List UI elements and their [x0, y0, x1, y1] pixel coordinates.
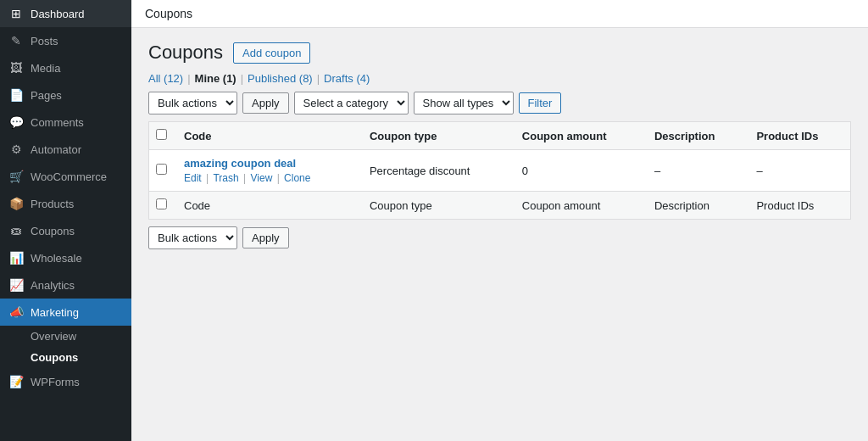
sidebar-label-comments: Comments: [31, 116, 84, 129]
header-description: Description: [644, 122, 747, 150]
dashboard-icon: ⊞: [8, 7, 24, 20]
footer-coupon-amount: Coupon amount: [512, 192, 644, 220]
sidebar-label-pages: Pages: [31, 89, 62, 102]
row-product-ids-0: –: [746, 150, 850, 192]
filter-tab-mine[interactable]: Mine (1): [195, 72, 236, 85]
sidebar-label-wpforms: WPForms: [31, 376, 80, 388]
filter-tab-sep-2: |: [317, 72, 320, 85]
bulk-actions-bar-bottom: Bulk actions Apply: [148, 226, 851, 249]
main-content: Coupons Coupons Add coupon All (12) | Mi…: [131, 0, 868, 441]
sidebar-subitem-overview[interactable]: Overview: [0, 326, 131, 347]
header-code: Code: [174, 122, 359, 150]
filter-tab-drafts[interactable]: Drafts (4): [324, 72, 370, 85]
footer-checkbox-col: [149, 192, 175, 220]
sidebar-label-media: Media: [31, 62, 60, 75]
wpforms-icon: 📝: [8, 375, 24, 388]
sidebar-item-pages[interactable]: 📄Pages: [0, 81, 131, 109]
sidebar-label-dashboard: Dashboard: [31, 8, 85, 20]
coupons-icon: 🎟: [8, 224, 24, 237]
page-header: Coupons Add coupon: [148, 42, 851, 64]
bulk-actions-select-top[interactable]: Bulk actions: [148, 92, 237, 114]
topbar-title: Coupons: [145, 7, 192, 20]
woocommerce-icon: 🛒: [8, 170, 24, 183]
comments-icon: 💬: [8, 115, 24, 129]
filter-tab-published[interactable]: Published (8): [248, 72, 313, 85]
sidebar-item-coupons[interactable]: 🎟Coupons: [0, 217, 131, 244]
media-icon: 🖼: [8, 61, 24, 75]
automator-icon: ⚙: [8, 142, 24, 156]
sidebar-subitem-coupons-sub[interactable]: Coupons: [0, 347, 131, 368]
marketing-icon: 📣: [8, 305, 24, 319]
select-all-footer-checkbox[interactable]: [156, 198, 167, 209]
table-header-row: Code Coupon type Coupon amount Descripti…: [149, 122, 851, 150]
sidebar-item-analytics[interactable]: 📈Analytics: [0, 271, 131, 299]
apply-button-top[interactable]: Apply: [242, 92, 289, 114]
row-actions-0: Edit | Trash | View | Clone: [184, 172, 349, 184]
sidebar-item-wholesale[interactable]: 📊Wholesale: [0, 244, 131, 271]
filter-tab-sep-1: |: [241, 72, 243, 85]
sidebar-item-media[interactable]: 🖼Media: [0, 54, 131, 81]
page-title: Coupons: [148, 42, 223, 64]
filter-tab-all[interactable]: All (12): [148, 72, 183, 85]
sidebar-item-dashboard[interactable]: ⊞Dashboard: [0, 0, 131, 27]
sidebar-item-posts[interactable]: ✎Posts: [0, 27, 131, 54]
action-sep: |: [203, 172, 212, 184]
analytics-icon: 📈: [8, 278, 24, 292]
content-area: Coupons Add coupon All (12) | Mine (1) |…: [131, 28, 868, 441]
table-footer-header-row: Code Coupon type Coupon amount Descripti…: [149, 192, 851, 220]
sidebar-item-comments[interactable]: 💬Comments: [0, 109, 131, 136]
bulk-actions-select-bottom[interactable]: Bulk actions: [148, 226, 237, 249]
row-action-edit-0[interactable]: Edit: [184, 172, 202, 184]
sidebar-item-marketing[interactable]: 📣Marketing: [0, 299, 131, 326]
posts-icon: ✎: [8, 34, 24, 47]
header-product-ids: Product IDs: [746, 122, 850, 150]
row-select-0[interactable]: [156, 164, 167, 175]
sidebar-item-wpforms[interactable]: 📝WPForms: [0, 368, 131, 395]
coupons-table: Code Coupon type Coupon amount Descripti…: [148, 121, 851, 220]
sidebar-item-woocommerce[interactable]: 🛒WooCommerce: [0, 163, 131, 190]
row-description-0: –: [644, 150, 747, 192]
sidebar-label-woocommerce: WooCommerce: [31, 170, 107, 183]
footer-coupon-type: Coupon type: [359, 192, 512, 220]
filter-tabs: All (12) | Mine (1) | Published (8) | Dr…: [148, 72, 851, 85]
action-sep: |: [241, 172, 249, 184]
filter-tab-sep-0: |: [187, 72, 190, 85]
header-checkbox-col: [149, 122, 175, 150]
sidebar-item-automator[interactable]: ⚙Automator: [0, 136, 131, 163]
type-select[interactable]: Show all types: [414, 92, 514, 114]
sidebar-label-posts: Posts: [31, 35, 58, 47]
sidebar-label-products: Products: [31, 198, 74, 210]
add-coupon-button[interactable]: Add coupon: [233, 42, 310, 64]
footer-product-ids: Product IDs: [746, 192, 850, 220]
row-amount-0: 0: [512, 150, 644, 192]
header-coupon-type: Coupon type: [359, 122, 512, 150]
action-sep: |: [274, 172, 282, 184]
category-select[interactable]: Select a category: [294, 92, 409, 114]
sidebar-label-wholesale: Wholesale: [31, 252, 82, 265]
sidebar-label-coupons: Coupons: [31, 225, 75, 237]
pages-icon: 📄: [8, 88, 24, 102]
select-all-checkbox[interactable]: [156, 129, 167, 140]
table-row: amazing coupon deal Edit | Trash | View …: [149, 150, 851, 192]
footer-description: Description: [644, 192, 747, 220]
sidebar-label-automator: Automator: [31, 143, 81, 156]
table-body: amazing coupon deal Edit | Trash | View …: [149, 150, 851, 192]
topbar: Coupons: [131, 0, 868, 28]
row-action-trash-0[interactable]: Trash: [213, 172, 238, 184]
apply-button-bottom[interactable]: Apply: [242, 227, 289, 248]
row-action-view-0[interactable]: View: [251, 172, 273, 184]
sidebar: ⊞Dashboard✎Posts🖼Media📄Pages💬Comments⚙Au…: [0, 0, 131, 441]
coupon-link-0[interactable]: amazing coupon deal: [184, 157, 296, 170]
sidebar-item-products[interactable]: 📦Products: [0, 190, 131, 217]
header-coupon-amount: Coupon amount: [512, 122, 644, 150]
footer-code: Code: [174, 192, 359, 220]
row-checkbox-0: [149, 150, 175, 192]
sidebar-label-analytics: Analytics: [31, 279, 75, 292]
row-action-clone-0[interactable]: Clone: [284, 172, 310, 184]
filter-button[interactable]: Filter: [519, 92, 562, 114]
products-icon: 📦: [8, 197, 24, 210]
sidebar-label-marketing: Marketing: [31, 306, 79, 319]
row-type-0: Percentage discount: [359, 150, 512, 192]
wholesale-icon: 📊: [8, 251, 24, 265]
bulk-actions-bar-top: Bulk actions Apply Select a category Sho…: [148, 92, 851, 114]
